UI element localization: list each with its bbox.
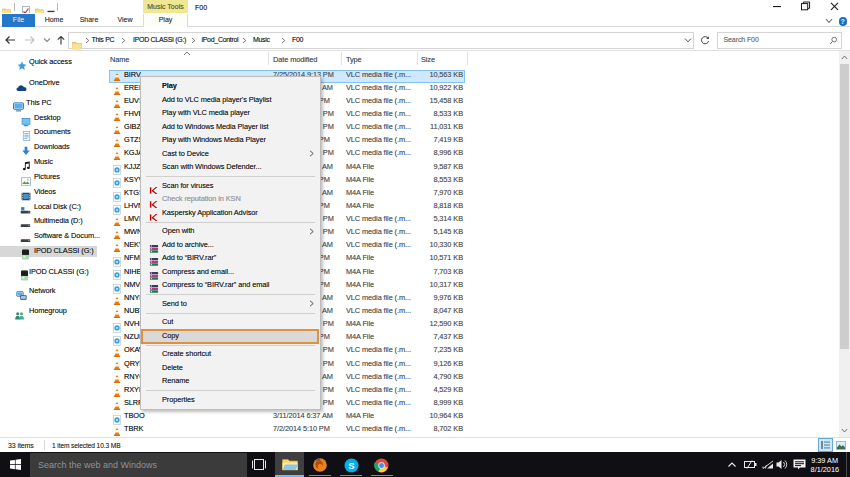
svg-text:S: S xyxy=(348,460,354,471)
